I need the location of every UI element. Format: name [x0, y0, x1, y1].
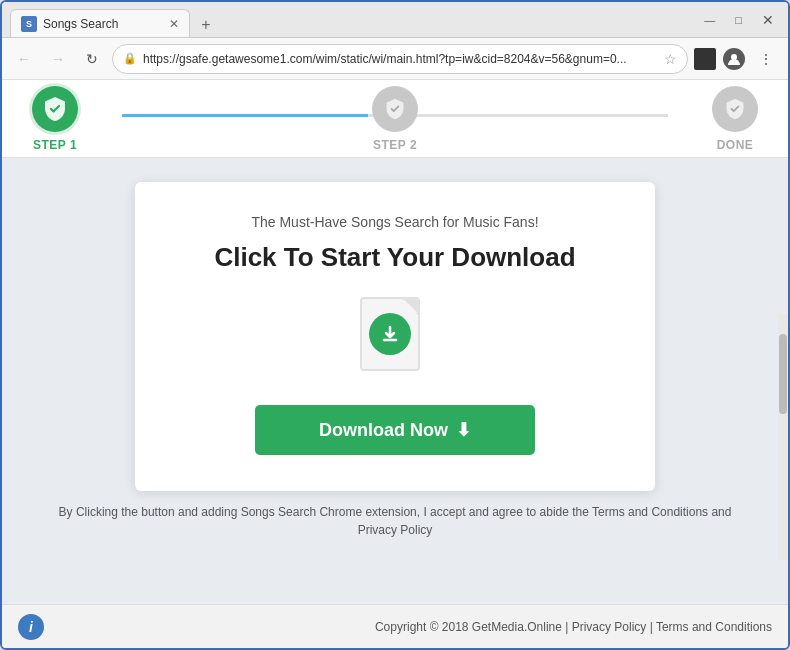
copyright-text: Copyright © 2018 GetMedia.Online | Priva…: [375, 620, 772, 634]
tab-title: Songs Search: [43, 17, 118, 31]
step-1-item: STEP 1: [32, 86, 78, 152]
step-1-shield-icon: [42, 95, 68, 123]
download-btn-label: Download Now: [319, 420, 448, 441]
window-controls: — □ ✕: [698, 10, 780, 30]
tab-close-button[interactable]: ✕: [169, 17, 179, 31]
menu-button[interactable]: ⋮: [752, 45, 780, 73]
tab-area: S Songs Search ✕ +: [10, 2, 698, 37]
card-subtitle: The Must-Have Songs Search for Music Fan…: [251, 214, 538, 230]
title-bar: S Songs Search ✕ + — □ ✕: [2, 2, 788, 38]
forward-button[interactable]: →: [44, 45, 72, 73]
close-button[interactable]: ✕: [756, 10, 780, 30]
step-progress-bar: STEP 1 STEP 2 DONE: [2, 80, 788, 158]
new-tab-button[interactable]: +: [194, 13, 218, 37]
download-arrow-circle: [369, 313, 411, 355]
nav-bar: ← → ↻ 🔒 https://gsafe.getawesome1.com/wi…: [2, 38, 788, 80]
back-button[interactable]: ←: [10, 45, 38, 73]
step-1-circle: [32, 86, 78, 132]
profile-button[interactable]: [720, 45, 748, 73]
step-2-shield-icon: [384, 97, 406, 121]
tab-favicon: S: [21, 16, 37, 32]
download-now-button[interactable]: Download Now ⬇: [255, 405, 535, 455]
address-bar[interactable]: 🔒 https://gsafe.getawesome1.com/wim/stat…: [112, 44, 688, 74]
download-card: The Must-Have Songs Search for Music Fan…: [135, 182, 655, 491]
lock-icon: 🔒: [123, 52, 137, 65]
step-2-label: STEP 2: [373, 138, 417, 152]
scrollbar-thumb[interactable]: [779, 334, 787, 414]
minimize-button[interactable]: —: [698, 12, 721, 28]
download-btn-icon: ⬇: [456, 419, 471, 441]
main-content: 🔍 iSHiELD The Must-Have Songs Search for…: [2, 158, 788, 604]
done-label: DONE: [717, 138, 754, 152]
done-shield-icon: [724, 97, 746, 121]
bottom-bar: i Copyright © 2018 GetMedia.Online | Pri…: [2, 604, 788, 648]
browser-window: S Songs Search ✕ + — □ ✕ ← → ↻ 🔒 https:/…: [0, 0, 790, 650]
file-icon: [360, 297, 430, 377]
info-icon-button[interactable]: i: [18, 614, 44, 640]
step-2-circle: [372, 86, 418, 132]
footer-consent-text: By Clicking the button and adding Songs …: [22, 491, 768, 539]
bookmark-icon[interactable]: ☆: [664, 51, 677, 67]
nav-actions: ⋮: [694, 45, 780, 73]
url-text: https://gsafe.getawesome1.com/wim/static…: [143, 52, 658, 66]
favicon-letter: S: [26, 19, 32, 29]
profile-avatar: [723, 48, 745, 70]
file-body: [360, 297, 420, 371]
maximize-button[interactable]: □: [729, 12, 748, 28]
step-line-fill: [122, 114, 368, 117]
thumbnail-button[interactable]: [694, 48, 716, 70]
step-1-label: STEP 1: [33, 138, 77, 152]
active-tab[interactable]: S Songs Search ✕: [10, 9, 190, 37]
card-title: Click To Start Your Download: [214, 242, 575, 273]
done-item: DONE: [712, 86, 758, 152]
done-circle: [712, 86, 758, 132]
refresh-button[interactable]: ↻: [78, 45, 106, 73]
scrollbar[interactable]: [778, 314, 788, 560]
step-2-item: STEP 2: [372, 86, 418, 152]
